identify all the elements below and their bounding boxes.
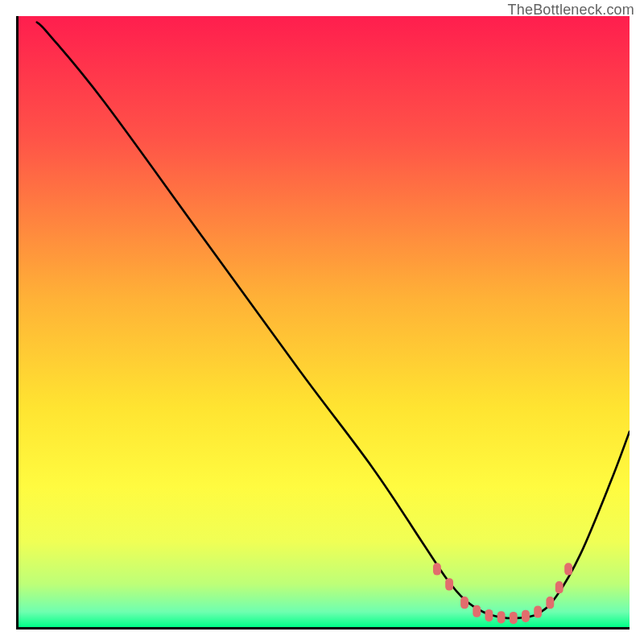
- marker-dot: [497, 611, 506, 623]
- marker-dot: [473, 605, 481, 617]
- marker-dot: [460, 597, 469, 609]
- marker-dot: [555, 581, 564, 593]
- marker-group: [433, 563, 572, 624]
- bottleneck-curve: [37, 23, 630, 619]
- marker-dot: [445, 578, 453, 590]
- marker-dot: [522, 610, 530, 622]
- marker-dot: [534, 605, 542, 617]
- marker-dot: [485, 609, 493, 621]
- series-layer: [19, 16, 630, 627]
- plot-area: [16, 16, 630, 630]
- marker-dot: [433, 563, 441, 575]
- marker-dot: [564, 563, 572, 575]
- marker-dot: [510, 612, 518, 624]
- marker-dot: [546, 597, 554, 609]
- chart-container: TheBottleneck.com: [0, 0, 644, 644]
